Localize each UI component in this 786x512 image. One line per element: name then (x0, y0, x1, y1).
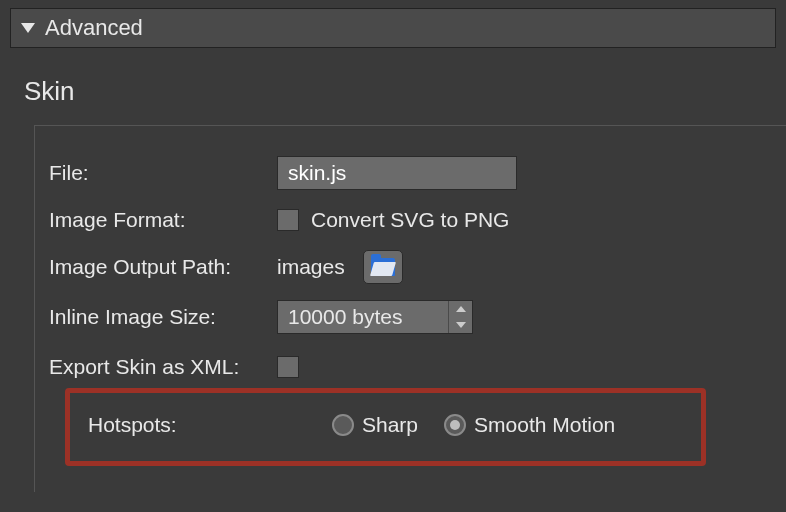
chevron-up-icon (456, 306, 466, 312)
radio-icon (444, 414, 466, 436)
disclosure-triangle-icon (21, 23, 35, 33)
inline-image-size-spinbox[interactable]: 10000 bytes (277, 300, 473, 334)
file-input[interactable] (277, 156, 517, 190)
export-xml-row: Export Skin as XML: (35, 342, 786, 386)
spin-down-button[interactable] (449, 317, 472, 333)
hotspots-highlight: Hotspots: Sharp Smooth Motion (65, 388, 706, 466)
radio-icon (332, 414, 354, 436)
hotspots-smooth-label: Smooth Motion (474, 413, 615, 437)
image-output-path-label: Image Output Path: (49, 255, 277, 279)
hotspots-smooth-option[interactable]: Smooth Motion (444, 413, 615, 437)
export-xml-label: Export Skin as XML: (49, 355, 277, 379)
inline-image-size-label: Inline Image Size: (49, 305, 277, 329)
section-title: Advanced (45, 15, 143, 41)
image-output-path-row: Image Output Path: images (35, 242, 786, 292)
image-format-label: Image Format: (49, 208, 277, 232)
convert-svg-label: Convert SVG to PNG (311, 208, 509, 232)
folder-icon (371, 258, 395, 276)
hotspots-sharp-label: Sharp (362, 413, 418, 437)
spin-arrows (448, 301, 472, 333)
hotspots-label: Hotspots: (88, 413, 332, 437)
hotspots-radio-group: Sharp Smooth Motion (332, 413, 615, 437)
chevron-down-icon (456, 322, 466, 328)
skin-group-label: Skin (24, 76, 786, 107)
file-row: File: (35, 148, 786, 198)
advanced-section-header[interactable]: Advanced (10, 8, 776, 48)
convert-svg-checkbox[interactable] (277, 209, 299, 231)
spin-up-button[interactable] (449, 301, 472, 317)
skin-panel: File: Image Format: Convert SVG to PNG I… (34, 125, 786, 492)
hotspots-row: Hotspots: Sharp Smooth Motion (70, 403, 701, 447)
export-xml-checkbox[interactable] (277, 356, 299, 378)
file-label: File: (49, 161, 277, 185)
inline-image-size-value: 10000 bytes (278, 301, 448, 333)
hotspots-sharp-option[interactable]: Sharp (332, 413, 418, 437)
image-format-row: Image Format: Convert SVG to PNG (35, 198, 786, 242)
browse-folder-button[interactable] (363, 250, 403, 284)
inline-image-size-row: Inline Image Size: 10000 bytes (35, 292, 786, 342)
image-output-path-value: images (277, 255, 345, 279)
